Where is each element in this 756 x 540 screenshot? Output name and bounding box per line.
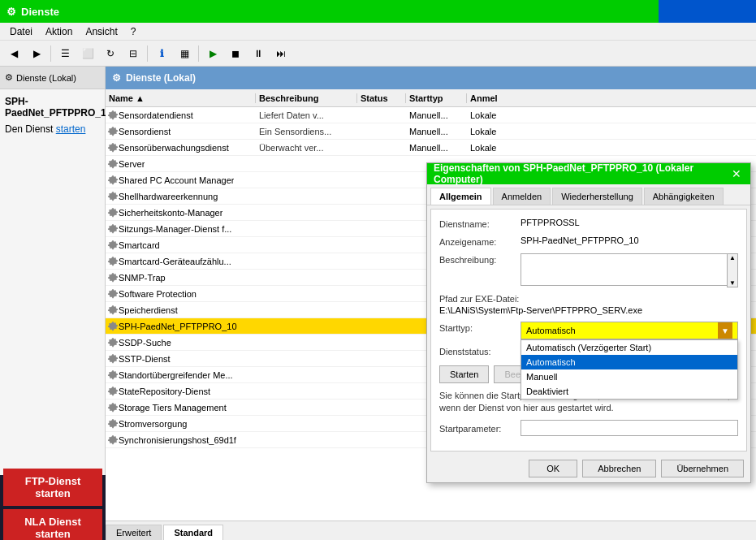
action-text: Den Dienst <box>5 123 53 135</box>
row-name-cell: StateRepository-Dienst <box>106 386 256 397</box>
textarea-scroll-down[interactable]: ▼ <box>728 279 737 287</box>
row-name-cell: Smartcard-Geräteaufzählu... <box>106 256 256 267</box>
row-name: SSTP-Dienst <box>119 354 171 364</box>
col-start-header[interactable]: Starttyp <box>406 93 467 103</box>
beschreibung-input-wrapper: ▲ ▼ <box>521 253 738 287</box>
row-name: StateRepository-Dienst <box>119 387 210 396</box>
starttyp-label: Starttyp: <box>439 322 521 333</box>
row-name: Sensorüberwachungsdienst <box>119 143 229 153</box>
toolbar-info[interactable]: ℹ <box>151 44 172 63</box>
start-link[interactable]: starten <box>56 123 86 135</box>
ftp-button[interactable]: FTP-Dienst starten <box>3 469 102 506</box>
menu-aktion[interactable]: Aktion <box>39 24 79 39</box>
row-name-cell: Software Protection <box>106 288 256 300</box>
row-name-cell: SNMP-Trap <box>106 272 256 283</box>
service-icon <box>107 402 119 413</box>
nla-button[interactable]: NLA Dienst starten <box>3 509 102 540</box>
toolbar-refresh[interactable]: ↻ <box>100 44 121 63</box>
left-panel-title: Dienste (Lokal) <box>16 73 76 83</box>
service-icon <box>107 321 119 332</box>
beschreibung-row: Beschreibung: ▲ ▼ <box>439 253 738 287</box>
dropdown-option-2[interactable]: Manuell <box>521 369 737 384</box>
service-icon <box>107 337 119 348</box>
title-bar-left: ⚙ Dienste <box>6 6 59 18</box>
service-icon <box>107 305 119 316</box>
service-icon <box>107 288 119 300</box>
row-name: Sensordatendienst <box>119 110 193 120</box>
row-name: Sitzungs-Manager-Dienst f... <box>119 224 231 234</box>
tab-erweitert[interactable]: Erweitert <box>106 525 162 540</box>
anzeigename-row: Anzeigename: SPH-PaedNet_PFTPPRO_10 <box>439 235 738 247</box>
row-start: Manuell... <box>406 143 467 153</box>
starttyp-dropdown[interactable]: Automatisch ▼ Automatisch (Verzögerter S… <box>521 322 738 339</box>
title-bar: ⚙ Dienste ─ □ ✕ <box>0 0 756 23</box>
cancel-button[interactable]: Abbrechen <box>582 460 656 477</box>
row-name: Speicherdienst <box>119 305 178 315</box>
starten-button[interactable]: Starten <box>439 365 489 383</box>
row-desc: Ein Sensordiens... <box>256 127 357 136</box>
row-name: Shellhardwareerkennung <box>119 192 218 201</box>
toolbar-stop[interactable]: ◼ <box>225 44 246 63</box>
top-right-accent <box>659 0 756 23</box>
toolbar-pause[interactable]: ⏸ <box>248 44 269 63</box>
row-name: Sicherheitskonto-Manager <box>119 208 222 218</box>
table-row[interactable]: Sensorüberwachungsdienst Überwacht ver..… <box>106 140 756 156</box>
toolbar-btn6[interactable]: ▦ <box>174 44 195 63</box>
ok-button[interactable]: OK <box>529 460 577 477</box>
row-name-cell: Sicherheitskonto-Manager <box>106 207 256 218</box>
toolbar-btn2[interactable]: ⬜ <box>77 44 98 63</box>
menu-help[interactable]: ? <box>124 24 143 39</box>
toolbar-back[interactable]: ◀ <box>3 44 24 63</box>
toolbar-play[interactable]: ▶ <box>202 44 223 63</box>
dropdown-option-1[interactable]: Automatisch <box>521 355 737 369</box>
col-name-header[interactable]: Name ▲ <box>106 93 256 103</box>
table-row[interactable]: Sensordatendienst Liefert Daten v... Man… <box>106 107 756 123</box>
dialog-tab-wiederherstellung[interactable]: Wiederherstellung <box>552 188 642 205</box>
toolbar-btn4[interactable]: ⊟ <box>123 44 144 63</box>
apply-button[interactable]: Übernehmen <box>661 460 744 477</box>
starttyp-dropdown-btn[interactable]: Automatisch ▼ <box>521 322 738 339</box>
col-status-header[interactable]: Status <box>357 93 406 103</box>
startparam-input[interactable] <box>521 420 738 436</box>
dialog-tab-anmelden[interactable]: Anmelden <box>493 188 551 205</box>
toolbar-restart[interactable]: ⏭ <box>270 44 292 63</box>
col-login-header[interactable]: Anmel <box>467 93 516 103</box>
textarea-scroll-up[interactable]: ▲ <box>728 254 737 261</box>
starttyp-current: Automatisch <box>526 326 576 335</box>
row-name-cell: Sitzungs-Manager-Dienst f... <box>106 223 256 235</box>
starttyp-dropdown-list: Automatisch (Verzögerter Start) Automati… <box>521 339 738 400</box>
service-icon <box>107 418 119 430</box>
row-name-cell: Shared PC Account Manager <box>106 175 256 186</box>
dialog-tab-abhaengigkeiten[interactable]: Abhängigkeiten <box>644 188 724 205</box>
dropdown-arrow-icon: ▼ <box>718 322 732 339</box>
row-name: SNMP-Trap <box>119 273 166 283</box>
service-icon <box>107 386 119 397</box>
anzeigename-label: Anzeigename: <box>439 235 521 247</box>
service-icon <box>107 207 119 218</box>
col-desc-header[interactable]: Beschreibung <box>256 93 357 103</box>
table-row[interactable]: Sensordienst Ein Sensordiens... Manuell.… <box>106 123 756 140</box>
row-name: Server <box>119 159 145 169</box>
toolbar-show-all[interactable]: ☰ <box>54 44 76 63</box>
title-icon: ⚙ <box>6 6 16 18</box>
tab-standard[interactable]: Standard <box>163 525 223 540</box>
row-name-cell: Sensordienst <box>106 126 256 137</box>
menu-ansicht[interactable]: Ansicht <box>79 24 123 39</box>
menu-datei[interactable]: Datei <box>3 24 39 39</box>
dropdown-option-3[interactable]: Deaktiviert <box>521 384 737 399</box>
dienststatus-label: Dienststatus: <box>439 345 521 356</box>
dialog-tab-allgemein[interactable]: Allgemein <box>430 188 491 205</box>
left-panel-icon: ⚙ <box>5 72 13 83</box>
dialog-close-button[interactable]: ✕ <box>728 166 744 181</box>
row-login: Lokale <box>467 143 516 153</box>
row-name: Shared PC Account Manager <box>119 175 234 185</box>
beschreibung-textarea[interactable] <box>521 253 738 286</box>
toolbar-forward[interactable]: ▶ <box>26 44 47 63</box>
row-name: Smartcard-Geräteaufzählu... <box>119 257 231 266</box>
service-icon <box>107 256 119 267</box>
dialog-title-bar: Eigenschaften von SPH-PaedNet_PFTPPRO_10… <box>427 163 750 184</box>
row-login: Lokale <box>467 110 516 120</box>
dropdown-option-0[interactable]: Automatisch (Verzögerter Start) <box>521 340 737 355</box>
service-icon <box>107 272 119 283</box>
pfad-label: Pfad zur EXE-Datei: <box>439 294 738 304</box>
